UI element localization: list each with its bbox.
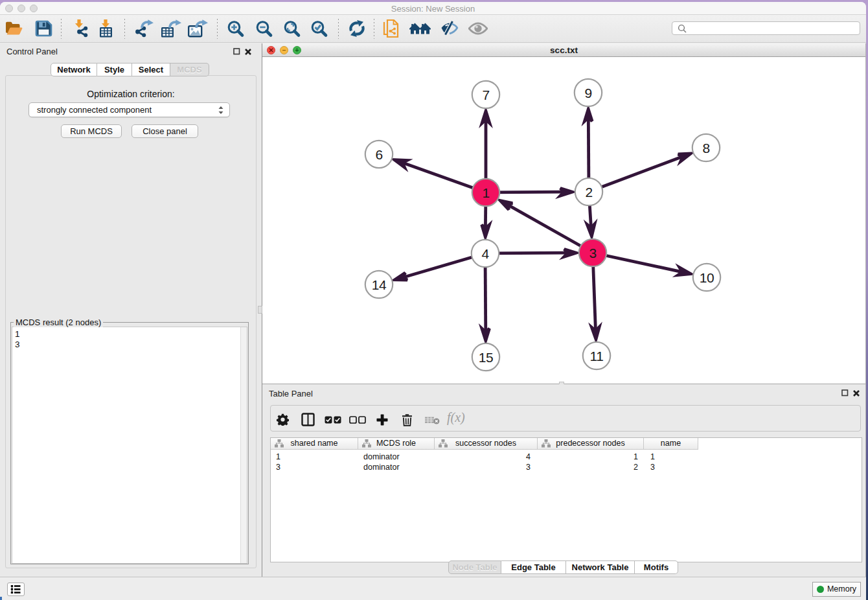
svg-text:7: 7 xyxy=(482,87,489,102)
svg-text:9: 9 xyxy=(584,86,591,100)
svg-text:3: 3 xyxy=(589,246,596,260)
svg-text:8: 8 xyxy=(702,141,709,156)
svg-text:14: 14 xyxy=(372,277,387,292)
svg-text:2: 2 xyxy=(585,185,592,200)
svg-text:4: 4 xyxy=(481,246,489,261)
svg-text:1: 1 xyxy=(482,185,489,200)
svg-text:6: 6 xyxy=(375,147,382,162)
svg-text:10: 10 xyxy=(700,270,714,285)
svg-text:15: 15 xyxy=(479,350,493,365)
svg-text:11: 11 xyxy=(590,349,604,363)
